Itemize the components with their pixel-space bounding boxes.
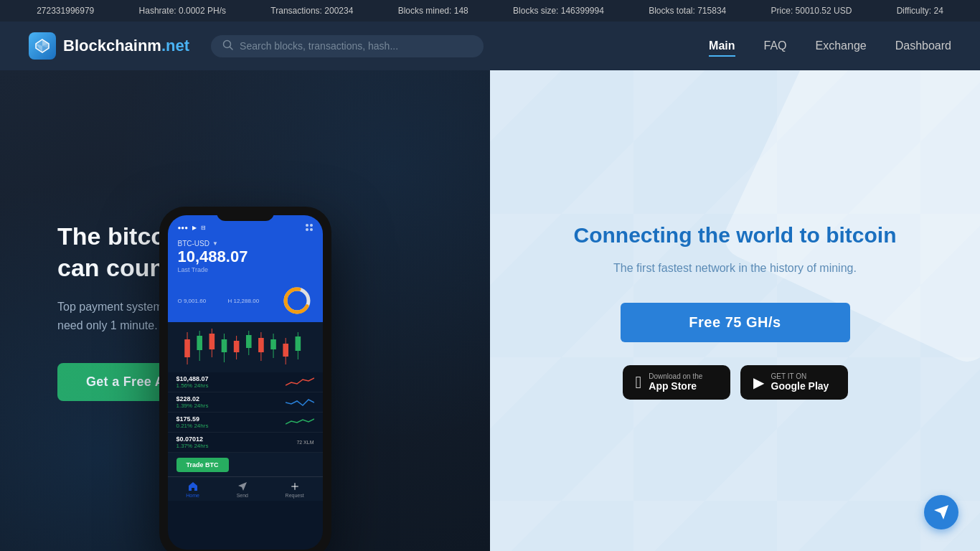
phone-price-section: BTC-USD ▼ 10,488.07 Last Trade (168, 237, 323, 282)
phone-ticker-xlm: $0.07012 1.37% 24hrs 72 XLM (168, 433, 323, 453)
svg-rect-27 (295, 336, 301, 351)
right-heading: Connecting the world to bitcoin (574, 222, 897, 248)
nav: Main FAQ Exchange Dashboard (709, 36, 951, 57)
phone-nav-send[interactable]: Send (237, 481, 248, 498)
phone-last-trade: Last Trade (178, 266, 313, 273)
phone-high: H 12,288.00 (228, 298, 260, 304)
nav-faq[interactable]: FAQ (764, 36, 787, 56)
hero-left: The bitcoin mining you can count on Top … (0, 70, 490, 551)
hero-right: Connecting the world to bitcoin The firs… (490, 70, 980, 551)
phone-candle-chart (168, 322, 323, 372)
phone-outer: ●●● ▶ ⊟ (159, 207, 331, 551)
svg-rect-17 (233, 341, 239, 352)
svg-rect-11 (197, 336, 202, 350)
phone-trade-button[interactable]: Trade BTC (176, 458, 229, 472)
phone-app-header: ●●● ▶ ⊟ (168, 215, 323, 237)
ticker-price: Price: 50010.52 USD (771, 6, 852, 16)
phone-ticker-btc: $10,488.07 1.56% 24hrs (168, 372, 323, 392)
free-ghs-button[interactable]: Free 75 GH/s (621, 303, 850, 342)
ticker-address: 272331996979 (37, 6, 94, 16)
right-subtext: The first fastest network in the history… (574, 260, 897, 277)
ticker-transactions: Transactions: 200234 (270, 6, 353, 16)
svg-rect-23 (270, 339, 276, 349)
phone-pair: BTC-USD ▼ (178, 240, 313, 248)
ticker-blocks-mined: Blocks mined: 148 (398, 6, 468, 16)
search-input[interactable] (240, 40, 472, 52)
telegram-icon (933, 504, 950, 521)
phone-nav-request[interactable]: Request (286, 481, 304, 498)
header: Blockchainm.net Main FAQ Exchange Dashbo… (0, 22, 980, 70)
phone-status-bar: ●●● ▶ ⊟ (178, 225, 207, 231)
phone-mockup: ●●● ▶ ⊟ (159, 207, 331, 551)
svg-rect-15 (221, 339, 227, 352)
ticker-blocks-size: Blocks size: 146399994 (513, 6, 604, 16)
svg-line-5 (230, 47, 233, 50)
phone-range: O 9,001.60 H 12,288.00 (168, 282, 323, 322)
phone-price: 10,488.07 (178, 248, 313, 266)
svg-rect-25 (283, 344, 288, 357)
search-bar[interactable] (211, 35, 484, 57)
ticker-blocks-total: Blocks total: 715834 (649, 6, 726, 16)
hero-section: The bitcoin mining you can count on Top … (0, 70, 980, 551)
ticker-bar: 272331996979 Hashrate: 0.0002 PH/s Trans… (0, 0, 980, 22)
svg-rect-19 (245, 335, 251, 348)
app-store-button[interactable]:  Download on the App Store (623, 365, 730, 400)
nav-exchange[interactable]: Exchange (816, 36, 867, 56)
svg-rect-13 (209, 334, 215, 349)
phone-trade-area: Trade BTC (168, 453, 323, 476)
search-icon (222, 39, 234, 53)
telegram-fab[interactable] (924, 495, 958, 529)
svg-rect-9 (184, 339, 190, 357)
phone-menu-icon (306, 224, 313, 231)
hero-right-content: Connecting the world to bitcoin The firs… (574, 222, 897, 400)
svg-rect-29 (294, 483, 296, 490)
logo[interactable]: Blockchainm.net (29, 32, 189, 60)
phone-low: O 9,001.60 (178, 298, 207, 304)
svg-rect-21 (258, 338, 264, 352)
phone-screen: ●●● ▶ ⊟ (168, 215, 323, 550)
logo-icon (29, 32, 56, 60)
google-play-text: GET IT ON Google Play (771, 372, 829, 392)
phone-ticker-3: $175.59 0.21% 24hrs (168, 413, 323, 433)
apple-icon:  (636, 372, 642, 392)
nav-dashboard[interactable]: Dashboard (895, 36, 951, 56)
phone-donut-chart (281, 285, 313, 316)
google-play-icon: ▶ (753, 374, 764, 391)
logo-text: Blockchainm.net (63, 37, 189, 55)
phone-bottom-nav: Home Send Request (168, 476, 323, 501)
google-play-button[interactable]: ▶ GET IT ON Google Play (740, 365, 848, 400)
app-store-text: Download on the App Store (649, 372, 702, 392)
app-buttons:  Download on the App Store ▶ GET IT ON … (574, 365, 897, 400)
phone-ticker-eth: $228.02 1.39% 24hrs (168, 392, 323, 413)
nav-main[interactable]: Main (709, 36, 735, 57)
phone-nav-home[interactable]: Home (186, 481, 199, 498)
ticker-difficulty: Difficulty: 24 (897, 6, 943, 16)
ticker-hashrate: Hashrate: 0.0002 PH/s (139, 6, 226, 16)
